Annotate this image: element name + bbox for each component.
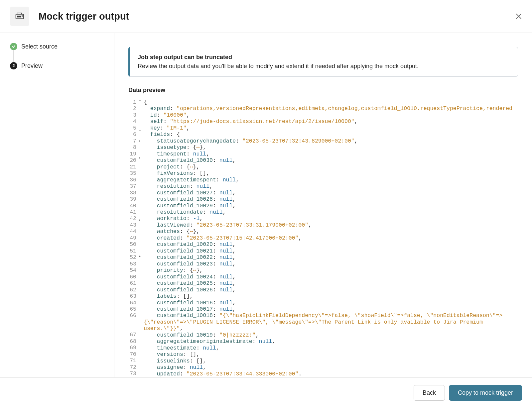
code-line: priority: {↔},: [144, 267, 518, 273]
fold-toggle-open[interactable]: ▾: [139, 99, 144, 103]
fold-gutter-empty: [139, 336, 144, 342]
line-number: 71: [128, 357, 136, 364]
code-line: self: "https://jude-docs.atlassian.net/r…: [144, 118, 518, 125]
code-line: lastViewed: "2023-05-23T07:33:31.179000+…: [144, 222, 518, 228]
info-title: Job step output can be truncated: [138, 54, 510, 61]
code-line: aggregatetimeoriginalestimate: null,: [144, 338, 518, 345]
fold-gutter-empty: [139, 329, 144, 336]
code-line: issuetype: {↔},: [144, 144, 518, 151]
code-line: statuscategorychangedate: "2023-05-23T07…: [144, 138, 518, 144]
code-line: created: "2023-05-23T07:15:42.417000+02:…: [144, 235, 518, 241]
fold-gutter-empty: [139, 297, 144, 316]
line-number: 73: [128, 370, 136, 377]
line-number: 53: [128, 261, 136, 267]
line-number: 35: [128, 170, 136, 176]
line-number: 64: [128, 300, 136, 306]
code-line: versions: [],: [144, 351, 518, 357]
line-number: 2: [128, 105, 136, 112]
code-line: customfield_10016: null,: [144, 300, 518, 306]
code-line: id: "10000",: [144, 112, 518, 118]
fold-toggle-open[interactable]: ▾: [139, 129, 144, 133]
step-preview[interactable]: 2 Preview: [10, 62, 114, 69]
line-number: 1: [128, 99, 136, 105]
fold-gutter-empty: [139, 235, 144, 241]
fold-gutter-empty: [139, 258, 144, 265]
copy-to-mock-trigger-button[interactable]: Copy to mock trigger: [449, 385, 522, 401]
code-line: issuelinks: [],: [144, 358, 518, 364]
code-line: workratio: -1,: [144, 215, 518, 222]
back-button[interactable]: Back: [414, 385, 445, 401]
line-number: 52: [128, 254, 136, 260]
code-line: customfield_10025: null,: [144, 280, 518, 286]
trigger-icon: [10, 7, 29, 26]
main-panel: Job step output can be truncated Review …: [114, 33, 532, 377]
line-number: 60: [128, 274, 136, 280]
fold-gutter-empty: [139, 143, 144, 150]
code-line: customfield_10028: null,: [144, 196, 518, 202]
code-line: key: "IM-1",: [144, 125, 518, 131]
close-button[interactable]: [515, 12, 523, 20]
svg-point-2: [19, 16, 21, 17]
modal-title: Mock trigger output: [39, 11, 129, 22]
fold-gutter-empty: [139, 242, 144, 248]
code-viewer[interactable]: 1234567819202135363738394041424344495051…: [128, 99, 518, 377]
code-line: customfield_10027: null,: [144, 190, 518, 196]
line-number: 19: [128, 151, 136, 157]
step-select-source[interactable]: Select source: [10, 43, 114, 50]
modal-header: Mock trigger output: [0, 0, 532, 33]
line-number: 43: [128, 222, 136, 228]
line-number: 44: [128, 228, 136, 235]
fold-gutter-empty: [139, 284, 144, 291]
code-line: watches: {↔},: [144, 228, 518, 235]
line-number: 39: [128, 196, 136, 202]
info-text: Review the output data and you'll be abl…: [138, 63, 510, 70]
code-line: {: [144, 99, 518, 105]
line-number: 72: [128, 364, 136, 370]
step-label: Select source: [21, 43, 58, 50]
line-number: 8: [128, 144, 136, 151]
code-line: customfield_10019: "0|hzzzzz:",: [144, 332, 518, 338]
fold-toggle-closed[interactable]: ▸: [139, 218, 144, 222]
line-number: 36: [128, 177, 136, 183]
code-line: customfield_10023: null,: [144, 261, 518, 267]
line-number: 41: [128, 209, 136, 215]
fold-gutter-empty: [139, 199, 144, 205]
data-preview-heading: Data preview: [128, 87, 518, 94]
code-line: project: {↔},: [144, 164, 518, 170]
fold-gutter-empty: [139, 271, 144, 278]
line-number: 21: [128, 164, 136, 170]
code-line: fixVersions: [],: [144, 170, 518, 176]
code-line: customfield_10029: null,: [144, 203, 518, 209]
code-line: timeestimate: null,: [144, 345, 518, 351]
line-number: 40: [128, 203, 136, 209]
code-line: fields: {: [144, 131, 518, 138]
line-number: 3: [128, 112, 136, 118]
fold-gutter-empty: [139, 109, 144, 116]
fold-gutter-empty: [139, 205, 144, 212]
svg-point-1: [17, 16, 19, 17]
fold-gutter-empty: [139, 349, 144, 355]
line-number: 67: [128, 332, 136, 338]
fold-gutter-empty: [139, 150, 144, 156]
line-number: 50: [128, 241, 136, 248]
line-number: 70: [128, 351, 136, 357]
fold-toggle-closed[interactable]: ▸: [139, 139, 144, 143]
steps-sidebar: Select source 2 Preview: [0, 33, 114, 377]
fold-toggle-closed[interactable]: ▸: [139, 156, 144, 160]
code-line: timespent: null,: [144, 151, 518, 157]
fold-gutter-empty: [139, 173, 144, 179]
fold-gutter-empty: [139, 122, 144, 129]
fold-gutter-empty: [139, 186, 144, 192]
code-line: customfield_10024: null,: [144, 274, 518, 280]
line-number: 4: [128, 118, 136, 125]
line-number: 65: [128, 306, 136, 312]
line-number: 37: [128, 183, 136, 189]
line-number: 38: [128, 190, 136, 196]
code-line: customfield_10026: null,: [144, 287, 518, 293]
code-line: customfield_10022: null,: [144, 254, 518, 260]
step-label: Preview: [21, 62, 43, 69]
fold-toggle-closed[interactable]: ▸: [139, 255, 144, 258]
code-line: customfield_10018: "{\"hasEpicLinkFieldD…: [144, 312, 518, 332]
fold-gutter-empty: [139, 323, 144, 329]
code-line: customfield_10020: null,: [144, 241, 518, 248]
